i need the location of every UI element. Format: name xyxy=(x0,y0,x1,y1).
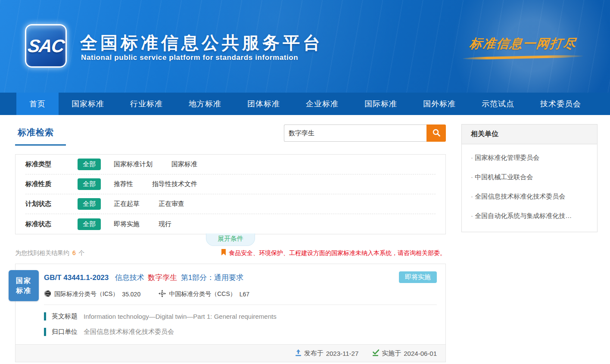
ccs-classification: 中国标准分类号（CCS） L67 xyxy=(159,290,249,299)
results-count: 为您找到相关结果约 6 个 xyxy=(15,249,85,257)
filter-option[interactable]: 即将实施 xyxy=(114,220,140,228)
site-header: SAC 全国标准信息公共服务平台 National public service… xyxy=(0,0,610,93)
results-count-number: 6 xyxy=(72,249,76,256)
english-title-row: 英文标题 Information technology—Digital twin… xyxy=(44,312,437,320)
search-input[interactable] xyxy=(284,124,426,142)
content-area: 标准检索 标准类型 全部 国家标准计划 国家标准 标准 xyxy=(0,115,610,364)
standard-title-part2[interactable]: 第1部分：通用要求 xyxy=(181,274,243,282)
filter-option[interactable]: 正在起草 xyxy=(114,200,140,208)
nav-item-group-standards[interactable]: 团体标准 xyxy=(234,93,293,115)
publish-upload-icon xyxy=(295,349,304,358)
teal-bar xyxy=(44,328,46,336)
related-unit-link[interactable]: 全国自动化系统与集成标准化技… xyxy=(471,206,588,226)
badge-line2: 标准 xyxy=(16,287,31,294)
related-units-list: 国家标准化管理委员会 中国机械工业联合会 全国信息技术标准化技术委员会 全国自动… xyxy=(462,144,597,232)
related-unit-link[interactable]: 全国信息技术标准化技术委员会 xyxy=(471,187,588,206)
ics-value: 35.020 xyxy=(122,291,140,298)
teal-bar xyxy=(44,312,46,320)
sidebar: 相关单位 国家标准化管理委员会 中国机械工业联合会 全国信息技术标准化技术委员会… xyxy=(461,124,598,362)
ccs-label: 中国标准分类号（CCS） xyxy=(169,290,236,298)
standard-title-part1[interactable]: 信息技术 xyxy=(115,274,144,282)
nav-item-foreign-standards[interactable]: 国外标准 xyxy=(410,93,469,115)
nav-item-industry-standards[interactable]: 行业标准 xyxy=(117,93,176,115)
ics-label: 国际标准分类号（ICS） xyxy=(54,290,118,298)
filter-label: 标准状态 xyxy=(25,220,64,228)
filter-option[interactable]: 推荐性 xyxy=(114,180,133,188)
related-unit-link[interactable]: 国家标准化管理委员会 xyxy=(471,148,588,168)
filter-option[interactable]: 指导性技术文件 xyxy=(152,180,197,188)
notice-text: 食品安全、环境保护、工程建设方面的国家标准未纳入本系统，请咨询相关部委。 xyxy=(229,249,446,257)
published-date: 发布于 2023-11-27 xyxy=(295,349,359,358)
slogan-underline xyxy=(463,55,583,60)
search-icon xyxy=(432,128,441,138)
expand-conditions-button[interactable]: 展开条件 xyxy=(206,233,255,246)
filter-row-standard-status: 标准状态 全部 即将实施 现行 xyxy=(25,214,436,234)
standard-code-link[interactable]: GB/T 43441.1-2023 xyxy=(44,274,109,282)
english-title-value: Information technology—Digital twin—Part… xyxy=(84,313,277,320)
site-subtitle: National public service platform for sta… xyxy=(81,53,298,62)
slogan-text: 标准信息一网打尽 xyxy=(458,35,588,53)
notice: 食品安全、环境保护、工程建设方面的国家标准未纳入本系统，请咨询相关部委。 xyxy=(221,249,446,258)
national-standard-badge: 国家 标准 xyxy=(9,270,39,301)
main-column: 标准检索 标准类型 全部 国家标准计划 国家标准 标准 xyxy=(15,124,446,362)
standard-title-row: GB/T 43441.1-2023 信息技术 数字孪生 第1部分：通用要求 即将… xyxy=(44,273,437,283)
filter-panel: 标准类型 全部 国家标准计划 国家标准 标准性质 全部 推荐性 指导性技术文件 … xyxy=(15,154,446,234)
nav-item-national-standards[interactable]: 国家标准 xyxy=(59,93,117,115)
card-footer: 发布于 2023-11-27 实施于 2024-06-01 xyxy=(16,344,445,362)
implement-check-icon xyxy=(372,349,382,358)
sac-logo[interactable]: SAC xyxy=(25,24,67,68)
filter-label: 标准类型 xyxy=(25,160,64,168)
results-meta-row: 为您找到相关结果约 6 个 食品安全、环境保护、工程建设方面的国家标准未纳入本系… xyxy=(15,249,446,258)
nav-item-home[interactable]: 首页 xyxy=(16,93,59,115)
filter-label: 标准性质 xyxy=(25,180,64,188)
search-row: 标准检索 xyxy=(15,124,446,149)
committee-value: 全国信息技术标准化技术委员会 xyxy=(84,328,174,336)
implemented-date: 实施于 2024-06-01 xyxy=(372,349,437,358)
filter-row-plan-status: 计划状态 全部 正在起草 正在审查 xyxy=(25,194,436,214)
filter-row-standard-type: 标准类型 全部 国家标准计划 国家标准 xyxy=(25,155,436,174)
filter-box: 标准类型 全部 国家标准计划 国家标准 标准性质 全部 推荐性 指导性技术文件 … xyxy=(15,154,446,234)
related-units-title: 相关单位 xyxy=(462,124,597,144)
nav-item-technical-committee[interactable]: 技术委员会 xyxy=(527,93,594,115)
nav-item-international-standards[interactable]: 国际标准 xyxy=(352,93,410,115)
filter-option[interactable]: 国家标准计划 xyxy=(114,160,152,168)
filter-row-standard-nature: 标准性质 全部 推荐性 指导性技术文件 xyxy=(25,174,436,194)
sac-logo-text: SAC xyxy=(27,36,65,56)
globe-icon xyxy=(44,290,54,299)
standard-title-highlight[interactable]: 数字孪生 xyxy=(148,274,177,282)
site-title: 全国标准信息公共服务平台 xyxy=(80,31,323,55)
filter-label: 计划状态 xyxy=(25,200,64,208)
related-units-box: 相关单位 国家标准化管理委员会 中国机械工业联合会 全国信息技术标准化技术委员会… xyxy=(461,124,598,232)
card-body: GB/T 43441.1-2023 信息技术 数字孪生 第1部分：通用要求 即将… xyxy=(16,264,445,336)
filter-all-button[interactable]: 全部 xyxy=(78,178,101,190)
results-count-prefix: 为您找到相关结果约 xyxy=(15,249,69,256)
ccs-value: L67 xyxy=(240,291,249,298)
main-nav: 首页 国家标准 行业标准 地方标准 团体标准 企业标准 国际标准 国外标准 示范… xyxy=(0,93,610,115)
status-badge: 即将实施 xyxy=(399,271,437,283)
committee-row: 归口单位 全国信息技术标准化技术委员会 xyxy=(44,328,437,336)
filter-all-button[interactable]: 全部 xyxy=(78,198,101,210)
results-count-suffix: 个 xyxy=(79,249,85,256)
published-label: 发布于 xyxy=(304,349,324,358)
classification-row: 国际标准分类号（ICS） 35.020 中国标准分类号（CCS） L67 xyxy=(44,290,437,299)
header-slogan: 标准信息一网打尽 xyxy=(458,35,588,59)
filter-option[interactable]: 国家标准 xyxy=(171,160,197,168)
nav-item-pilot[interactable]: 示范试点 xyxy=(469,93,527,115)
related-unit-link[interactable]: 中国机械工业联合会 xyxy=(471,168,588,187)
standard-result-card: 国家 标准 GB/T 43441.1-2023 信息技术 数字孪生 第1部分：通… xyxy=(15,264,446,362)
committee-label: 归口单位 xyxy=(52,328,78,336)
search-box xyxy=(284,124,446,142)
nav-item-enterprise-standards[interactable]: 企业标准 xyxy=(293,93,352,115)
filter-option[interactable]: 正在审查 xyxy=(159,200,184,208)
english-title-label: 英文标题 xyxy=(52,312,78,320)
tab-standard-search[interactable]: 标准检索 xyxy=(15,124,66,146)
filter-all-button[interactable]: 全部 xyxy=(78,218,101,230)
search-button[interactable] xyxy=(426,124,446,142)
compass-icon xyxy=(159,290,169,299)
published-value: 2023-11-27 xyxy=(326,350,359,357)
filter-option[interactable]: 现行 xyxy=(159,220,171,228)
card-divider xyxy=(44,305,437,305)
filter-all-button[interactable]: 全部 xyxy=(78,159,101,170)
nav-item-local-standards[interactable]: 地方标准 xyxy=(176,93,234,115)
ics-classification: 国际标准分类号（ICS） 35.020 xyxy=(44,290,140,299)
